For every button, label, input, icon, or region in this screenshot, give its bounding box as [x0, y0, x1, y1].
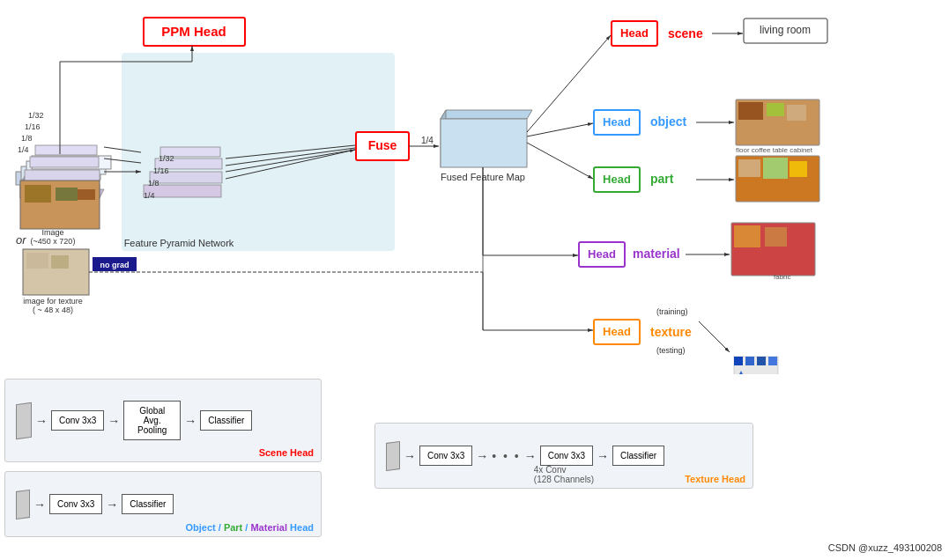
conv-3x3-obj: Conv 3x3 — [49, 494, 102, 514]
feature-icon-obj — [16, 489, 30, 519]
svg-rect-95 — [734, 225, 760, 247]
svg-line-54 — [527, 143, 593, 179]
obj-head-label: Object / Part / Material Head — [185, 522, 314, 533]
scale-label: 1/4 — [421, 136, 434, 145]
arrow-tex2: → — [476, 449, 488, 463]
svg-rect-102 — [768, 357, 777, 365]
svg-rect-87 — [767, 103, 784, 116]
svg-rect-14 — [35, 145, 97, 155]
svg-text:Head: Head — [603, 115, 631, 129]
classifier-tex: Classifier — [612, 446, 664, 466]
csdn-watermark: CSDN @xuzz_493100208 — [828, 542, 942, 553]
arrow2: → — [108, 414, 120, 428]
svg-rect-51 — [441, 119, 527, 167]
svg-text:object: object — [650, 114, 687, 129]
conv-3x3-scene: Conv 3x3 — [51, 410, 104, 431]
ppm-head-label: PPM Head — [161, 24, 226, 39]
arrow-tex3: → — [524, 449, 537, 463]
svg-text:texture: texture — [650, 325, 692, 339]
bottom-diagrams: → Conv 3x3 → Global Avg.Pooling → Classi… — [4, 379, 945, 546]
svg-text:part: part — [650, 172, 674, 186]
svg-rect-21 — [51, 255, 69, 269]
svg-text:1/4: 1/4 — [18, 145, 29, 154]
svg-rect-86 — [738, 102, 763, 120]
svg-text:scene: scene — [668, 26, 703, 41]
svg-line-53 — [527, 123, 593, 136]
svg-text:(~450 x 720): (~450 x 720) — [31, 237, 76, 246]
svg-rect-93 — [790, 161, 807, 177]
architecture-diagram: 1/4 1/8 1/16 1/32 or Image (~450 x 720) … — [7, 4, 941, 374]
svg-text:Image: Image — [41, 228, 63, 237]
fpn-label: Feature Pyramid Network — [124, 238, 234, 248]
dots: • • • — [492, 449, 520, 463]
scene-head-label: Scene Head — [259, 447, 314, 458]
global-avg-pool: Global Avg.Pooling — [123, 401, 181, 440]
arrow-tex1: → — [404, 449, 416, 463]
svg-text:(training): (training) — [656, 307, 688, 316]
svg-line-82 — [699, 321, 730, 352]
svg-text:1/32: 1/32 — [28, 111, 44, 120]
conv-3x3-tex1: Conv 3x3 — [419, 446, 472, 466]
svg-text:1/8: 1/8 — [21, 134, 33, 143]
svg-text:1/8: 1/8 — [148, 179, 159, 188]
svg-text:floor  coffee table  cabinet: floor coffee table cabinet — [736, 146, 813, 154]
svg-rect-100 — [745, 357, 754, 365]
svg-text:fabric: fabric — [774, 273, 791, 281]
svg-text:Head: Head — [603, 325, 631, 338]
feature-icon-tex — [386, 440, 400, 470]
arrow-obj2: → — [106, 497, 118, 512]
svg-text:1/4: 1/4 — [144, 191, 155, 200]
svg-text:material: material — [633, 247, 680, 261]
svg-rect-99 — [734, 357, 743, 365]
svg-text:1/16: 1/16 — [25, 122, 41, 131]
svg-rect-96 — [765, 227, 787, 247]
classifier-scene: Classifier — [200, 410, 252, 431]
or-label: or — [16, 233, 26, 247]
svg-rect-88 — [787, 105, 806, 121]
svg-text:1/32: 1/32 — [159, 154, 174, 163]
svg-rect-20 — [26, 253, 48, 269]
main-container: 1/4 1/8 1/16 1/32 or Image (~450 x 720) … — [0, 0, 949, 560]
svg-rect-17 — [56, 188, 78, 201]
scene-head-diagram: → Conv 3x3 → Global Avg.Pooling → Classi… — [4, 379, 322, 462]
arrow-tex4: → — [597, 449, 609, 463]
svg-text:(testing): (testing) — [656, 346, 686, 355]
svg-text:Head: Head — [588, 247, 616, 261]
svg-marker-49 — [441, 110, 532, 119]
svg-text:Head: Head — [603, 173, 631, 186]
fuse-label: Fuse — [368, 138, 397, 152]
classifier-obj: Classifier — [122, 494, 174, 514]
svg-rect-91 — [738, 159, 760, 177]
4x-conv-label: 4x Conv(128 Channels) — [534, 465, 594, 484]
feature-icon — [16, 402, 32, 439]
svg-text:( ~ 48 x 48): ( ~ 48 x 48) — [33, 306, 73, 314]
arrow3: → — [184, 414, 196, 428]
svg-text:living room: living room — [760, 24, 811, 36]
svg-rect-13 — [30, 157, 99, 167]
texture-head-diagram: → Conv 3x3 → • • • → Conv 3x3 → Classifi… — [374, 423, 753, 489]
svg-rect-16 — [25, 185, 51, 203]
texture-head-label: Texture Head — [685, 474, 745, 484]
conv-3x3-tex2: Conv 3x3 — [540, 446, 593, 466]
arrow-obj1: → — [33, 497, 46, 512]
arrow1: → — [35, 414, 48, 428]
svg-rect-18 — [78, 189, 95, 200]
svg-text:no grad: no grad — [100, 261, 130, 269]
svg-text:Head: Head — [620, 26, 649, 40]
obj-head-diagram: → Conv 3x3 → Classifier Object / Part / … — [4, 471, 322, 537]
svg-rect-101 — [757, 357, 766, 365]
svg-text:1/16: 1/16 — [153, 166, 169, 175]
svg-rect-92 — [763, 158, 788, 179]
svg-text:image for texture: image for texture — [23, 297, 83, 306]
